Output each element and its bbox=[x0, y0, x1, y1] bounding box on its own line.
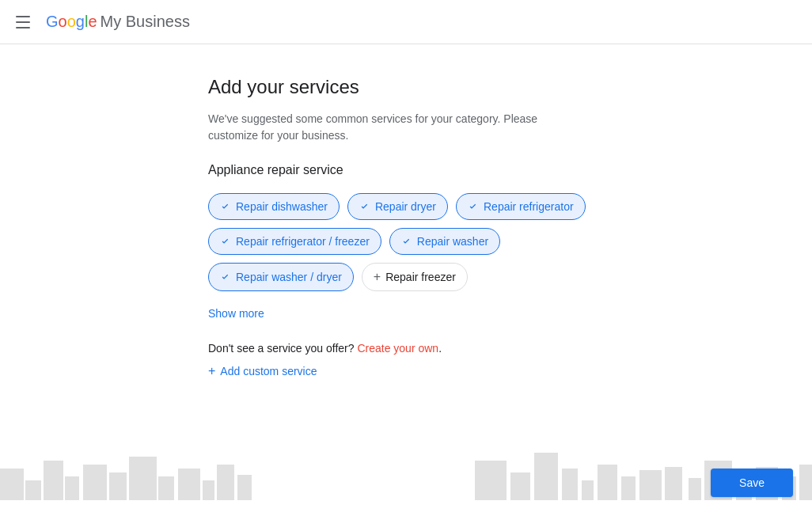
svg-rect-4 bbox=[83, 465, 107, 500]
services-grid: Repair dishwasher Repair dryer Repair re… bbox=[208, 193, 604, 291]
save-button[interactable]: Save bbox=[711, 469, 793, 497]
svg-rect-0 bbox=[0, 469, 24, 500]
svg-rect-19 bbox=[639, 470, 662, 500]
check-icon bbox=[220, 201, 231, 212]
svg-rect-8 bbox=[178, 469, 200, 500]
cityscape-decoration bbox=[0, 437, 812, 500]
svg-rect-3 bbox=[65, 476, 79, 500]
svg-rect-17 bbox=[598, 465, 617, 500]
svg-rect-7 bbox=[158, 476, 174, 500]
check-icon bbox=[468, 201, 479, 212]
plus-icon: + bbox=[374, 270, 381, 284]
svg-rect-18 bbox=[621, 476, 636, 500]
svg-rect-15 bbox=[562, 469, 578, 500]
check-icon bbox=[220, 271, 231, 283]
svg-rect-2 bbox=[44, 461, 63, 500]
svg-rect-9 bbox=[203, 480, 214, 500]
chip-repair-dryer[interactable]: Repair dryer bbox=[347, 193, 448, 220]
svg-rect-21 bbox=[689, 478, 701, 500]
chip-repair-refrigerator-freezer[interactable]: Repair refrigerator / freezer bbox=[208, 228, 381, 255]
main-content: Add your services We've suggested some c… bbox=[50, 44, 762, 378]
chip-repair-washer-dryer[interactable]: Repair washer / dryer bbox=[208, 263, 354, 291]
svg-rect-6 bbox=[129, 457, 157, 500]
category-title: Appliance repair service bbox=[208, 163, 762, 177]
check-icon bbox=[220, 236, 231, 247]
svg-rect-20 bbox=[665, 467, 682, 500]
google-logo: Google bbox=[46, 13, 97, 31]
page-title: Add your services bbox=[208, 76, 762, 98]
check-icon bbox=[359, 201, 370, 212]
svg-rect-1 bbox=[25, 480, 41, 500]
svg-rect-5 bbox=[109, 472, 127, 500]
add-custom-service-button[interactable]: + Add custom service bbox=[208, 364, 317, 378]
my-business-label: My Business bbox=[101, 13, 190, 31]
svg-rect-10 bbox=[217, 465, 234, 500]
chip-repair-dishwasher[interactable]: Repair dishwasher bbox=[208, 193, 340, 220]
show-more-link[interactable]: Show more bbox=[208, 307, 264, 320]
bottom-area bbox=[0, 437, 812, 516]
subtitle: We've suggested some common services for… bbox=[208, 111, 556, 144]
svg-rect-26 bbox=[799, 465, 812, 500]
custom-service-prompt: Don't see a service you offer? Create yo… bbox=[208, 342, 762, 355]
menu-icon[interactable] bbox=[13, 13, 33, 32]
svg-rect-14 bbox=[534, 453, 558, 500]
svg-rect-11 bbox=[237, 475, 252, 500]
chip-repair-freezer[interactable]: + Repair freezer bbox=[362, 263, 468, 291]
svg-rect-13 bbox=[510, 472, 530, 500]
chip-repair-refrigerator[interactable]: Repair refrigerator bbox=[456, 193, 586, 220]
svg-rect-12 bbox=[475, 461, 507, 500]
plus-icon: + bbox=[208, 364, 215, 378]
app-header: Google My Business bbox=[0, 0, 812, 44]
svg-rect-16 bbox=[582, 480, 594, 500]
app-logo: Google My Business bbox=[46, 13, 190, 31]
chip-repair-washer[interactable]: Repair washer bbox=[389, 228, 500, 255]
check-icon bbox=[401, 236, 412, 247]
